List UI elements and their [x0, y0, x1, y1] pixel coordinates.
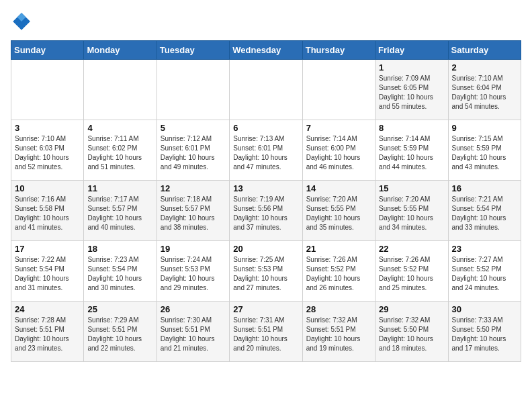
day-info: Sunrise: 7:16 AM Sunset: 5:58 PM Dayligh… — [15, 195, 80, 232]
calendar-cell: 21Sunrise: 7:26 AM Sunset: 5:52 PM Dayli… — [302, 241, 375, 302]
day-number: 22 — [379, 244, 444, 254]
calendar-cell: 11Sunrise: 7:17 AM Sunset: 5:57 PM Dayli… — [84, 181, 157, 241]
calendar-cell: 30Sunrise: 7:33 AM Sunset: 5:50 PM Dayli… — [448, 302, 521, 362]
day-number: 24 — [15, 304, 80, 314]
day-number: 19 — [161, 244, 226, 254]
day-number: 26 — [161, 304, 226, 314]
day-number: 2 — [452, 62, 517, 73]
day-number: 30 — [452, 304, 517, 314]
day-number: 14 — [306, 183, 371, 193]
day-info: Sunrise: 7:17 AM Sunset: 5:57 PM Dayligh… — [87, 195, 152, 232]
calendar-cell: 24Sunrise: 7:28 AM Sunset: 5:51 PM Dayli… — [11, 302, 84, 362]
day-info: Sunrise: 7:19 AM Sunset: 5:56 PM Dayligh… — [233, 195, 298, 232]
day-info: Sunrise: 7:10 AM Sunset: 6:04 PM Dayligh… — [452, 74, 517, 111]
day-number: 13 — [233, 183, 298, 193]
calendar-cell: 19Sunrise: 7:24 AM Sunset: 5:53 PM Dayli… — [157, 241, 229, 302]
day-number: 21 — [306, 244, 371, 254]
calendar-cell: 7Sunrise: 7:14 AM Sunset: 6:00 PM Daylig… — [302, 120, 375, 181]
day-number: 23 — [452, 244, 517, 254]
calendar-cell: 3Sunrise: 7:10 AM Sunset: 6:03 PM Daylig… — [11, 120, 84, 181]
calendar-week-row: 24Sunrise: 7:28 AM Sunset: 5:51 PM Dayli… — [11, 302, 521, 362]
calendar-header: SundayMondayTuesdayWednesdayThursdayFrid… — [11, 41, 521, 60]
day-info: Sunrise: 7:20 AM Sunset: 5:55 PM Dayligh… — [379, 195, 444, 232]
calendar-cell: 25Sunrise: 7:29 AM Sunset: 5:51 PM Dayli… — [84, 302, 157, 362]
calendar-week-row: 10Sunrise: 7:16 AM Sunset: 5:58 PM Dayli… — [11, 181, 521, 241]
calendar-cell: 15Sunrise: 7:20 AM Sunset: 5:55 PM Dayli… — [375, 181, 448, 241]
calendar-week-row: 1Sunrise: 7:09 AM Sunset: 6:05 PM Daylig… — [11, 60, 521, 120]
calendar-cell — [230, 60, 302, 120]
day-number: 8 — [379, 123, 444, 133]
page-header — [11, 11, 521, 32]
day-info: Sunrise: 7:15 AM Sunset: 5:59 PM Dayligh… — [452, 134, 517, 172]
day-number: 27 — [233, 304, 298, 314]
calendar-cell: 14Sunrise: 7:20 AM Sunset: 5:55 PM Dayli… — [302, 181, 375, 241]
day-number: 18 — [87, 244, 152, 254]
day-info: Sunrise: 7:32 AM Sunset: 5:50 PM Dayligh… — [379, 316, 444, 353]
calendar-week-row: 17Sunrise: 7:22 AM Sunset: 5:54 PM Dayli… — [11, 241, 521, 302]
day-info: Sunrise: 7:26 AM Sunset: 5:52 PM Dayligh… — [306, 255, 371, 293]
day-info: Sunrise: 7:13 AM Sunset: 6:01 PM Dayligh… — [233, 134, 298, 172]
day-info: Sunrise: 7:30 AM Sunset: 5:51 PM Dayligh… — [161, 316, 226, 353]
day-info: Sunrise: 7:32 AM Sunset: 5:51 PM Dayligh… — [306, 316, 371, 353]
calendar-cell: 2Sunrise: 7:10 AM Sunset: 6:04 PM Daylig… — [448, 60, 521, 120]
day-number: 20 — [233, 244, 298, 254]
day-number: 28 — [306, 304, 371, 314]
calendar-cell: 4Sunrise: 7:11 AM Sunset: 6:02 PM Daylig… — [84, 120, 157, 181]
day-info: Sunrise: 7:20 AM Sunset: 5:55 PM Dayligh… — [306, 195, 371, 232]
day-number: 5 — [161, 123, 226, 133]
day-header: Friday — [375, 41, 448, 60]
day-info: Sunrise: 7:12 AM Sunset: 6:01 PM Dayligh… — [161, 134, 226, 172]
day-info: Sunrise: 7:33 AM Sunset: 5:50 PM Dayligh… — [452, 316, 517, 353]
day-number: 6 — [233, 123, 298, 133]
day-info: Sunrise: 7:24 AM Sunset: 5:53 PM Dayligh… — [161, 255, 226, 293]
day-header: Thursday — [302, 41, 375, 60]
calendar-cell: 17Sunrise: 7:22 AM Sunset: 5:54 PM Dayli… — [11, 241, 84, 302]
calendar-cell: 1Sunrise: 7:09 AM Sunset: 6:05 PM Daylig… — [375, 60, 448, 120]
calendar-cell: 22Sunrise: 7:26 AM Sunset: 5:52 PM Dayli… — [375, 241, 448, 302]
calendar-cell: 27Sunrise: 7:31 AM Sunset: 5:51 PM Dayli… — [230, 302, 302, 362]
calendar-cell: 26Sunrise: 7:30 AM Sunset: 5:51 PM Dayli… — [157, 302, 229, 362]
day-header: Tuesday — [157, 41, 229, 60]
day-info: Sunrise: 7:11 AM Sunset: 6:02 PM Dayligh… — [87, 134, 152, 172]
header-row: SundayMondayTuesdayWednesdayThursdayFrid… — [11, 41, 521, 60]
calendar-cell: 9Sunrise: 7:15 AM Sunset: 5:59 PM Daylig… — [448, 120, 521, 181]
day-number: 29 — [379, 304, 444, 314]
day-info: Sunrise: 7:10 AM Sunset: 6:03 PM Dayligh… — [15, 134, 80, 172]
logo-icon — [11, 11, 32, 32]
day-info: Sunrise: 7:31 AM Sunset: 5:51 PM Dayligh… — [233, 316, 298, 353]
day-info: Sunrise: 7:23 AM Sunset: 5:54 PM Dayligh… — [87, 255, 152, 293]
day-number: 4 — [87, 123, 152, 133]
day-info: Sunrise: 7:25 AM Sunset: 5:53 PM Dayligh… — [233, 255, 298, 293]
day-number: 7 — [306, 123, 371, 133]
day-header: Sunday — [11, 41, 84, 60]
calendar-cell: 20Sunrise: 7:25 AM Sunset: 5:53 PM Dayli… — [230, 241, 302, 302]
day-info: Sunrise: 7:21 AM Sunset: 5:54 PM Dayligh… — [452, 195, 517, 232]
day-info: Sunrise: 7:27 AM Sunset: 5:52 PM Dayligh… — [452, 255, 517, 293]
calendar-cell — [84, 60, 157, 120]
day-info: Sunrise: 7:18 AM Sunset: 5:57 PM Dayligh… — [161, 195, 226, 232]
day-number: 10 — [15, 183, 80, 193]
day-header: Monday — [84, 41, 157, 60]
calendar-cell: 6Sunrise: 7:13 AM Sunset: 6:01 PM Daylig… — [230, 120, 302, 181]
calendar-cell: 10Sunrise: 7:16 AM Sunset: 5:58 PM Dayli… — [11, 181, 84, 241]
day-number: 9 — [452, 123, 517, 133]
day-info: Sunrise: 7:22 AM Sunset: 5:54 PM Dayligh… — [15, 255, 80, 293]
day-info: Sunrise: 7:14 AM Sunset: 6:00 PM Dayligh… — [306, 134, 371, 172]
calendar-cell: 23Sunrise: 7:27 AM Sunset: 5:52 PM Dayli… — [448, 241, 521, 302]
day-number: 15 — [379, 183, 444, 193]
calendar-cell: 12Sunrise: 7:18 AM Sunset: 5:57 PM Dayli… — [157, 181, 229, 241]
day-number: 1 — [379, 62, 444, 73]
calendar-cell: 13Sunrise: 7:19 AM Sunset: 5:56 PM Dayli… — [230, 181, 302, 241]
calendar-cell — [157, 60, 229, 120]
day-info: Sunrise: 7:26 AM Sunset: 5:52 PM Dayligh… — [379, 255, 444, 293]
calendar-cell: 28Sunrise: 7:32 AM Sunset: 5:51 PM Dayli… — [302, 302, 375, 362]
calendar-table: SundayMondayTuesdayWednesdayThursdayFrid… — [11, 40, 521, 362]
calendar-cell — [11, 60, 84, 120]
calendar-week-row: 3Sunrise: 7:10 AM Sunset: 6:03 PM Daylig… — [11, 120, 521, 181]
calendar-cell: 29Sunrise: 7:32 AM Sunset: 5:50 PM Dayli… — [375, 302, 448, 362]
day-number: 25 — [87, 304, 152, 314]
day-header: Saturday — [448, 41, 521, 60]
calendar-cell: 18Sunrise: 7:23 AM Sunset: 5:54 PM Dayli… — [84, 241, 157, 302]
calendar-cell — [302, 60, 375, 120]
day-info: Sunrise: 7:09 AM Sunset: 6:05 PM Dayligh… — [379, 74, 444, 111]
